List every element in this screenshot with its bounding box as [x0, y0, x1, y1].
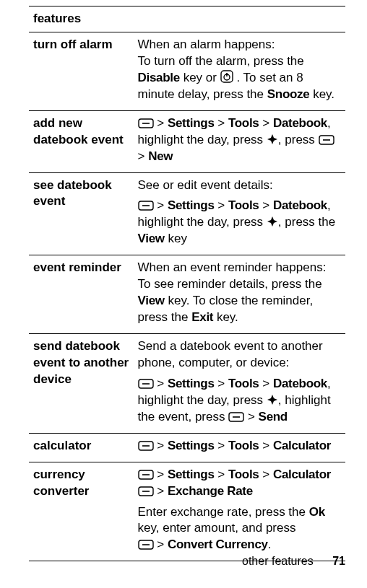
feature-name: event reminder — [29, 255, 134, 334]
ui-label: Tools — [228, 468, 259, 481]
softkey-icon — [138, 201, 154, 211]
table-row: calculator > Settings > Tools > Calculat… — [29, 433, 345, 462]
table-header: features — [29, 6, 345, 32]
power-icon — [220, 70, 233, 83]
softkey-icon — [228, 412, 244, 422]
ui-label: View — [138, 294, 165, 307]
feature-description: Send a datebook event to another phone, … — [134, 334, 345, 434]
ui-label: Convert Currency — [168, 537, 268, 551]
nav-icon — [267, 394, 278, 405]
svg-marker-5 — [267, 134, 277, 144]
ui-label: Send — [259, 410, 288, 424]
softkey-icon — [138, 540, 154, 550]
softkey-icon — [138, 441, 154, 451]
feature-description: > Settings > Tools > Datebook, highlight… — [134, 110, 345, 172]
ui-label: Settings — [168, 468, 215, 481]
ui-label: Tools — [228, 377, 259, 390]
table-row: turn off alarmWhen an alarm happens:To t… — [29, 32, 345, 110]
page-footer: other features 71 — [242, 555, 345, 568]
ui-label: New — [148, 149, 173, 163]
feature-name: calculator — [29, 433, 134, 462]
ui-label: Settings — [168, 439, 215, 452]
nav-icon — [267, 133, 278, 145]
ui-label: Tools — [228, 116, 259, 130]
ui-label: Settings — [168, 198, 215, 212]
feature-description: When an alarm happens:To turn off the al… — [134, 32, 345, 110]
table-row: event reminderWhen an event reminder hap… — [29, 255, 345, 334]
table-row: send datebook event to another deviceSen… — [29, 334, 345, 434]
ui-label: Disable — [138, 71, 180, 84]
ui-label: Settings — [168, 116, 215, 130]
svg-marker-13 — [267, 395, 277, 405]
page-number: 71 — [332, 555, 345, 567]
softkey-icon — [138, 379, 154, 389]
ui-label: Tools — [228, 198, 259, 212]
table-row: see datebook eventSee or edit event deta… — [29, 172, 345, 255]
feature-description: > Settings > Tools > Calculator — [134, 433, 345, 462]
ui-label: Calculator — [273, 439, 331, 452]
ui-label: Tools — [228, 439, 259, 452]
table-row: add new datebook event > Settings > Tool… — [29, 110, 345, 172]
ui-label: Exit — [191, 310, 213, 324]
feature-name: see datebook event — [29, 172, 134, 255]
ui-label: Exchange Rate — [168, 484, 253, 498]
feature-description: See or edit event details: > Settings > … — [134, 172, 345, 255]
nav-icon — [267, 216, 278, 227]
softkey-icon — [138, 118, 154, 128]
feature-name: add new datebook event — [29, 110, 134, 172]
feature-name: send datebook event to another device — [29, 334, 134, 434]
softkey-icon — [319, 135, 334, 145]
ui-label: Datebook — [273, 198, 327, 212]
svg-marker-10 — [267, 216, 277, 227]
softkey-icon — [138, 486, 154, 496]
ui-label: Ok — [309, 505, 325, 519]
ui-label: Datebook — [273, 377, 327, 390]
feature-name: turn off alarm — [29, 32, 134, 110]
table-row: currency converter > Settings > Tools > … — [29, 462, 345, 561]
softkey-icon — [138, 470, 154, 480]
ui-label: Datebook — [273, 116, 327, 130]
feature-name: currency converter — [29, 462, 134, 561]
feature-description: > Settings > Tools > Calculator > Exchan… — [134, 462, 345, 561]
footer-section: other features — [242, 555, 314, 567]
ui-label: View — [138, 232, 165, 245]
ui-label: Snooze — [267, 87, 310, 101]
features-table: features turn off alarmWhen an alarm hap… — [29, 6, 345, 561]
feature-description: When an event reminder happens:To see re… — [134, 255, 345, 334]
ui-label: Settings — [168, 377, 215, 390]
ui-label: Calculator — [273, 468, 331, 481]
